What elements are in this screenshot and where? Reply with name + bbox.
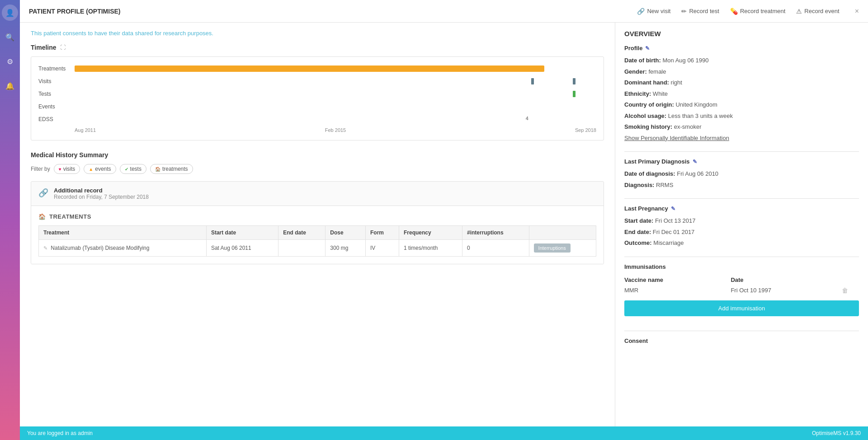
timeline-row-treatments: Treatments: [38, 64, 596, 73]
sidebar-icon-notifications[interactable]: 🔔: [2, 78, 18, 94]
filter-row: Filter by ♥ visits ▲ events ✔ tests 🏠: [31, 164, 604, 174]
warning-icon: ⚠: [796, 8, 802, 15]
profile-section: Profile ✎ Date of birth: Mon Aug 06 1990…: [624, 45, 859, 142]
timeline-label-treatments: Treatments: [38, 66, 75, 72]
profile-dob: Date of birth: Mon Aug 06 1990: [624, 56, 859, 65]
timeline-date-2: Feb 2015: [325, 127, 346, 133]
timeline-title: Timeline: [31, 44, 57, 51]
timeline-track-visits: [75, 77, 596, 86]
record-test-button[interactable]: ✏ Record test: [681, 8, 719, 15]
record-title: Additional record: [54, 187, 149, 194]
dob-label: Date of birth:: [624, 57, 661, 64]
timeline-bar-visits-1: [531, 78, 534, 84]
filter-visits-tag[interactable]: ♥ visits: [54, 164, 80, 174]
profile-edit-icon[interactable]: ✎: [645, 45, 650, 51]
immunisations-table: Vaccine name Date MMR Fri Oct 10 1997 🗑: [624, 275, 859, 296]
filter-events-tag[interactable]: ▲ events: [84, 164, 116, 174]
show-pii-link[interactable]: Show Personally Identifiable Information: [624, 135, 729, 141]
timeline-track-edss: 4: [75, 115, 596, 124]
close-button[interactable]: ×: [855, 7, 859, 15]
timeline-track-events: [75, 102, 596, 111]
pill-icon: 💊: [730, 8, 738, 15]
vaccine-delete-cell: 🗑: [842, 285, 859, 296]
pregnancy-outcome-label: Outcome:: [624, 239, 652, 246]
alcohol-label: Alcohol usage:: [624, 112, 666, 119]
profile-ethnicity: Ethnicity: White: [624, 89, 859, 98]
dominant-hand-label: Dominant hand:: [624, 79, 669, 86]
treatments-header-icon: 🏠: [38, 213, 46, 220]
record-event-button[interactable]: ⚠ Record event: [796, 8, 839, 15]
record-treatment-button[interactable]: 💊 Record treatment: [730, 8, 785, 15]
filter-treatments-tag[interactable]: 🏠 treatments: [150, 164, 193, 174]
pencil-icon: ✏: [681, 8, 687, 15]
ethnicity-label: Ethnicity:: [624, 90, 651, 97]
diagnosis-value: Diagnosis: RRMS: [624, 181, 859, 190]
timeline-bar-visits-2: [573, 78, 576, 84]
vaccine-action-col: [842, 275, 859, 285]
sidebar-icon-settings[interactable]: ⚙: [2, 53, 18, 70]
col-frequency: Frequency: [399, 226, 462, 240]
table-header-row: Treatment Start date End date Dose Form …: [39, 226, 596, 240]
timeline-track-tests: [75, 89, 596, 98]
diagnosis-section: Last Primary Diagnosis ✎ Date of diagnos…: [624, 158, 859, 189]
col-dose: Dose: [326, 226, 366, 240]
filter-tests-tag[interactable]: ✔ tests: [120, 164, 146, 174]
col-action: [529, 226, 596, 240]
edit-icon[interactable]: ✎: [43, 245, 47, 251]
diagnosis-section-title: Last Primary Diagnosis ✎: [624, 158, 859, 165]
gear-icon: ⚙: [7, 57, 13, 66]
diagnosis-edit-icon[interactable]: ✎: [693, 159, 697, 165]
delete-immunisation-icon[interactable]: 🗑: [842, 287, 848, 294]
add-immunisation-button[interactable]: Add immunisation: [624, 300, 859, 316]
diagnosis-date: Date of diagnosis: Fri Aug 06 2010: [624, 169, 859, 178]
divider-4: [624, 331, 859, 331]
cell-treatment: ✎ Natalizumab (Tysabri) Disease Modifyin…: [39, 240, 207, 257]
timeline-row-events: Events: [38, 102, 596, 111]
timeline-label-edss: EDSS: [38, 116, 75, 122]
new-visit-icon: 🔗: [637, 8, 645, 15]
cell-frequency: 1 times/month: [399, 240, 462, 257]
immunisations-table-head: Vaccine name Date: [624, 275, 859, 285]
body-area: This patient consents to have their data…: [20, 23, 868, 426]
timeline-section-header: Timeline ⛶: [31, 44, 604, 51]
edss-value: 4: [526, 116, 528, 121]
profile-pii-link: Show Personally Identifiable Information: [624, 134, 859, 143]
timeline-label-tests: Tests: [38, 91, 75, 97]
timeline-row-visits: Visits: [38, 77, 596, 86]
timeline-track-treatments: [75, 64, 596, 73]
record-card-info: Additional record Recorded on Friday, 7 …: [54, 187, 149, 200]
col-end-date: End date: [278, 226, 326, 240]
cell-start-date: Sat Aug 06 2011: [206, 240, 278, 257]
cell-dose: 300 mg: [326, 240, 366, 257]
search-icon: 🔍: [5, 33, 14, 42]
profile-country: Country of origin: United Kingdom: [624, 100, 859, 109]
table-row: ✎ Natalizumab (Tysabri) Disease Modifyin…: [39, 240, 596, 257]
new-visit-button[interactable]: 🔗 New visit: [637, 8, 670, 15]
overview-title: OVERVIEW: [624, 30, 859, 37]
diagnosis-label: Diagnosis:: [624, 182, 654, 188]
cell-interruption-count: 0: [462, 240, 529, 257]
expand-icon[interactable]: ⛶: [60, 44, 66, 51]
timeline-label-events: Events: [38, 103, 75, 110]
record-date: Recorded on Friday, 7 September 2018: [54, 194, 149, 200]
cell-interruptions-action: Interruptions: [529, 240, 596, 257]
timeline-date-3: Sep 2018: [575, 127, 596, 133]
pregnancy-edit-icon[interactable]: ✎: [671, 206, 675, 212]
col-form: Form: [365, 226, 399, 240]
profile-smoking: Smoking history: ex-smoker: [624, 122, 859, 131]
immunisation-row: MMR Fri Oct 10 1997 🗑: [624, 285, 859, 296]
timeline-bar-tests: [573, 91, 576, 97]
interruptions-button[interactable]: Interruptions: [534, 243, 571, 253]
col-interruptions: #interruptions: [462, 226, 529, 240]
timeline-row-edss: EDSS 4: [38, 115, 596, 124]
sidebar-icon-person[interactable]: 👤: [2, 5, 18, 21]
diagnosis-date-label: Date of diagnosis:: [624, 170, 675, 177]
smoking-label: Smoking history:: [624, 123, 672, 130]
col-start-date: Start date: [206, 226, 278, 240]
events-dot-icon: ▲: [89, 167, 93, 172]
footer: You are logged in as admin OptimiseMS v1…: [20, 426, 868, 440]
sidebar: 👤 🔍 ⚙ 🔔: [0, 0, 20, 440]
tests-dot-icon: ✔: [125, 167, 128, 172]
sidebar-icon-search[interactable]: 🔍: [2, 29, 18, 45]
header-actions: 🔗 New visit ✏ Record test 💊 Record treat…: [637, 7, 859, 15]
